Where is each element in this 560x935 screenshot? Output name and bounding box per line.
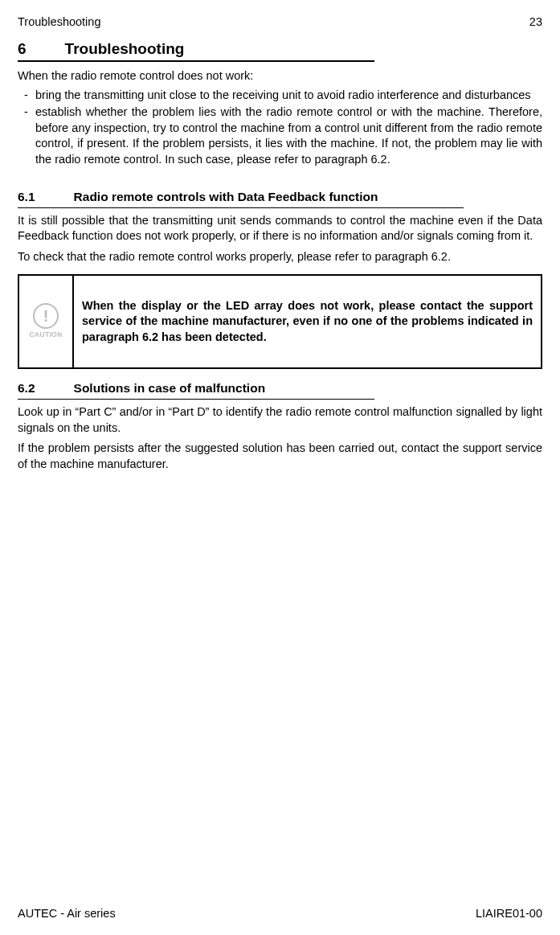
body-text: Look up in “Part C” and/or in “Part D” t…: [18, 404, 542, 436]
chapter-heading: 6 Troubleshooting: [18, 39, 374, 63]
body-text: It is still possible that the transmitti…: [18, 213, 542, 244]
section-title: Solutions in case of malfunction: [74, 380, 266, 397]
list-item: establish whether the problem lies with …: [18, 105, 542, 167]
caution-icon: !: [33, 303, 59, 329]
footer-left: AUTEC - Air series: [18, 906, 116, 922]
intro-text: When the radio remote control does not w…: [18, 68, 542, 84]
caution-text: When the display or the LED array does n…: [74, 276, 541, 367]
caution-box: ! CAUTION When the display or the LED ar…: [18, 274, 542, 369]
section-number: 6.2: [18, 380, 35, 397]
body-text: If the problem persists after the sugges…: [18, 441, 542, 472]
bullet-list: bring the transmitting unit close to the…: [18, 88, 542, 170]
page-number: 23: [529, 14, 542, 31]
list-item: bring the transmitting unit close to the…: [18, 88, 542, 104]
caution-label: CAUTION: [30, 330, 63, 339]
section-number: 6.1: [18, 189, 35, 206]
footer-right: LIAIRE01-00: [476, 906, 542, 922]
header-section: Troubleshooting: [18, 14, 100, 31]
section-title: Radio remote controls with Data Feedback…: [74, 189, 378, 206]
section-heading-6-1: 6.1 Radio remote controls with Data Feed…: [18, 189, 464, 208]
body-text: To check that the radio remote control w…: [18, 249, 542, 265]
section-heading-6-2: 6.2 Solutions in case of malfunction: [18, 380, 374, 400]
chapter-number: 6: [18, 39, 27, 59]
chapter-title: Troubleshooting: [65, 39, 185, 59]
caution-icon-cell: ! CAUTION: [19, 276, 74, 367]
